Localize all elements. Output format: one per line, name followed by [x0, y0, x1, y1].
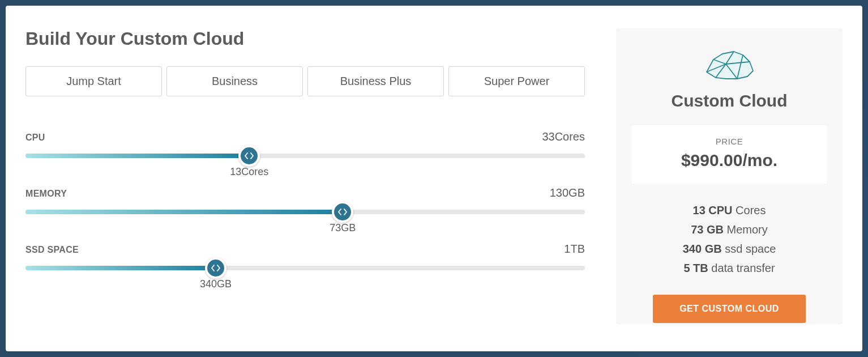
memory-slider[interactable]: 73GB [25, 210, 585, 214]
ssd-slider-block: SSD SPACE 1TB 340GB [25, 243, 585, 270]
cpu-label: CPU [25, 133, 45, 143]
spec-list: 13 CPU Cores 73 GB Memory 340 GB ssd spa… [632, 201, 827, 278]
get-custom-cloud-button[interactable]: GET CUSTOM CLOUD [653, 295, 806, 323]
spec-data-transfer: 5 TB data transfer [632, 258, 827, 278]
memory-slider-block: MEMORY 130GB 73GB [25, 186, 585, 214]
cpu-value: 13Cores [230, 166, 268, 178]
cpu-slider-handle[interactable] [238, 145, 260, 167]
tab-super-power[interactable]: Super Power [448, 66, 585, 96]
drag-icon [211, 265, 220, 271]
configurator-panel: Build Your Custom Cloud Jump Start Busin… [25, 28, 585, 324]
pricing-card: Build Your Custom Cloud Jump Start Busin… [6, 6, 862, 351]
drag-icon [245, 152, 254, 159]
ssd-max: 1TB [564, 243, 585, 256]
drag-icon [338, 209, 347, 215]
price-label: PRICE [632, 137, 827, 146]
spec-cpu: 13 CPU Cores [632, 201, 827, 220]
cpu-slider[interactable]: 13Cores [25, 154, 585, 158]
ssd-label: SSD SPACE [25, 245, 79, 255]
ssd-slider[interactable]: 340GB [25, 266, 585, 270]
ssd-slider-fill [25, 266, 216, 270]
price-value: $990.00/mo. [632, 151, 827, 170]
ssd-slider-handle[interactable] [205, 257, 226, 279]
memory-slider-fill [25, 210, 343, 214]
spec-ssd: 340 GB ssd space [632, 239, 827, 258]
memory-value: 73GB [330, 222, 356, 234]
tab-business[interactable]: Business [166, 66, 303, 96]
tab-jump-start[interactable]: Jump Start [25, 66, 162, 96]
page-title: Build Your Custom Cloud [25, 28, 585, 49]
plan-name: Custom Cloud [632, 91, 827, 110]
price-box: PRICE $990.00/mo. [632, 125, 827, 184]
cpu-max: 33Cores [542, 130, 585, 143]
spec-memory: 73 GB Memory [632, 220, 827, 239]
memory-label: MEMORY [25, 189, 67, 199]
memory-max: 130GB [550, 186, 585, 199]
ssd-value: 340GB [200, 278, 232, 290]
cpu-slider-fill [25, 154, 249, 158]
tab-business-plus[interactable]: Business Plus [307, 66, 444, 96]
cpu-slider-block: CPU 33Cores 13Cores [25, 130, 585, 158]
cloud-icon [632, 48, 827, 80]
preset-tabs: Jump Start Business Business Plus Super … [25, 66, 585, 96]
summary-panel: Custom Cloud PRICE $990.00/mo. 13 CPU Co… [616, 28, 843, 324]
memory-slider-handle[interactable] [332, 201, 353, 223]
